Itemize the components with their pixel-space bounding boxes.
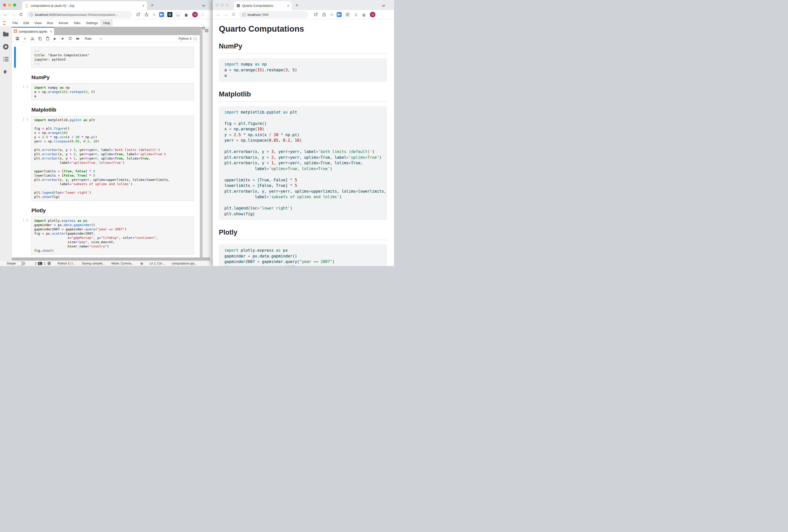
cell-type-value: Raw [85,37,92,40]
menu-file[interactable]: File [10,19,21,27]
open-in-new-icon[interactable] [313,12,318,17]
raw-cell-editor[interactable]: ---title: "Quarto Computations"jupyter: … [32,47,194,68]
file-browser-icon[interactable] [3,33,8,36]
zoom-extension-icon[interactable] [337,12,342,17]
menu-run[interactable]: Run [44,19,56,27]
react-devtools-extension-icon[interactable] [345,12,350,17]
quarto-matplotlib-code[interactable]: import matplotlib.pyplot as plt fig = pl… [219,106,387,220]
cell-type-dropdown[interactable]: Raw [85,37,102,40]
kernel-count[interactable]: 1 [44,262,45,265]
notebook-scrollbar[interactable] [200,27,202,258]
browser-tab-quarto[interactable]: Quarto Computations × [234,1,292,10]
running-kernels-icon[interactable] [3,44,8,49]
reload-icon[interactable] [19,12,24,17]
status-filename: computations.ipy... [172,262,197,265]
cursor-position[interactable]: Ln 2, Col ... [150,262,165,265]
site-info-icon[interactable]: i [29,13,33,16]
forward-icon[interactable]: → [224,12,228,17]
new-tab-button[interactable]: + [296,2,298,8]
kernel-name[interactable]: Python 3 [179,37,192,40]
jupyterlab-menu-bar: File Edit View Run Kernel Tabs Settings … [0,19,213,27]
copy-cells-button[interactable] [36,37,44,40]
site-info-icon[interactable]: i [242,13,245,16]
zoom-extension-icon[interactable] [159,12,164,17]
quarto-page: Quarto Computations NumPy import numpy a… [213,19,394,266]
react-devtools-extension-icon[interactable] [168,12,172,17]
browser-profile-avatar[interactable]: JJ [370,12,375,17]
table-of-contents-icon[interactable] [3,57,8,61]
macos-traffic-lights-inactive[interactable] [216,3,229,6]
extensions-puzzle-icon[interactable] [361,12,367,17]
terminal-count[interactable]: 2 [35,262,37,265]
save-button[interactable] [14,37,21,40]
bookmark-star-icon[interactable]: ☆ [330,12,333,17]
close-tab-icon[interactable]: × [142,4,144,8]
plotly-code-cell[interactable]: [ ]: import plotly.express as pxgapminde… [12,217,200,255]
share-icon[interactable] [322,12,327,17]
interrupt-kernel-button[interactable]: ■ [59,37,66,40]
back-icon[interactable]: ← [216,12,220,17]
close-tab-icon[interactable]: × [287,4,289,8]
bookmark-star-icon[interactable]: ☆ [152,12,156,17]
add-cell-button[interactable]: + [21,36,28,41]
restart-run-all-button[interactable]: ▶▶ [74,37,81,40]
browser-menu-icon[interactable]: ⋮ [201,13,204,17]
menu-help[interactable]: Help [100,19,113,27]
close-window-button[interactable] [3,3,6,6]
quarto-plotly-code[interactable]: import plotly.express as pxgapminder = p… [219,244,387,266]
extension-manager-icon[interactable] [3,69,8,75]
browser-profile-avatar[interactable]: JJ [192,12,198,17]
right-url-row: ← → i localhost:7896 ☆ [213,10,394,19]
open-in-new-icon[interactable] [136,12,141,17]
address-bar[interactable]: i localhost:8889/lab/workspaces/auto-S/t… [27,11,132,18]
chevron-down-icon [100,37,102,39]
menu-tabs[interactable]: Tabs [71,19,83,27]
menu-view[interactable]: View [32,19,44,27]
menu-edit[interactable]: Edit [21,19,32,27]
paste-cells-button[interactable] [44,37,51,40]
notebook-content: ---title: "Quarto Computations"jupyter: … [12,42,200,258]
zoom-window-button[interactable] [225,3,229,6]
restart-kernel-button[interactable] [66,37,74,40]
matplotlib-cell-editor[interactable]: import matplotlib.pyplot as plt fig = pl… [32,116,194,201]
browser-tab-jupyter[interactable]: computations.ip (auto-S) - Jup × [22,1,147,10]
mode-indicator[interactable]: Mode: Comma... [111,262,134,265]
notebook-tab[interactable]: computations.ipynb × [12,27,54,35]
new-tab-button[interactable]: + [151,2,154,8]
close-notebook-icon[interactable]: × [50,29,52,34]
menu-kernel[interactable]: Kernel [56,19,71,27]
extensions-puzzle-icon[interactable] [184,12,189,17]
reload-icon[interactable] [231,12,236,17]
run-cell-button[interactable]: ▶ [51,37,59,40]
back-icon[interactable]: ← [3,12,8,17]
close-window-button[interactable] [216,3,219,6]
jupyter-logo [2,21,6,25]
cut-cells-button[interactable] [28,37,36,40]
notes-extension-icon[interactable] [176,12,181,17]
raw-cell[interactable]: ---title: "Quarto Computations"jupyter: … [12,47,200,68]
numpy-code-cell[interactable]: [ ]: import numpy as npa = np.arange(15)… [12,83,200,100]
cell-prompt: [ ]: [12,217,32,255]
tab-search-chevron-icon[interactable] [202,3,205,7]
minimize-window-button[interactable] [221,3,224,6]
numpy-cell-editor[interactable]: import numpy as npa = np.arange(15).resh… [32,83,194,100]
share-icon[interactable] [144,12,149,17]
tab-search-chevron-icon[interactable] [382,3,385,7]
forward-icon[interactable]: → [11,12,16,17]
macos-traffic-lights[interactable] [3,3,16,6]
kernel-status-text[interactable]: Python 3 | I... [58,262,75,265]
z-extension-icon[interactable]: Z [353,12,358,17]
kernel-status-icon[interactable] [194,37,197,40]
browser-menu-icon[interactable]: ⋮ [379,13,382,17]
minimize-window-button[interactable] [8,3,11,6]
cell-prompt: [ ]: [12,116,32,201]
section-heading-plotly: Plotly [32,207,200,213]
address-bar[interactable]: i localhost:7896 [239,11,308,18]
simple-mode-toggle[interactable] [18,262,25,266]
quarto-numpy-code[interactable]: import numpy as npa = np.arange(15).resh… [219,58,387,82]
saving-status: Saving complet... [82,262,105,265]
matplotlib-code-cell[interactable]: [ ]: import matplotlib.pyplot as plt fig… [12,116,200,201]
plotly-cell-editor[interactable]: import plotly.express as pxgapminder = p… [32,217,194,255]
zoom-window-button[interactable] [13,3,16,6]
menu-settings[interactable]: Settings [83,19,100,27]
